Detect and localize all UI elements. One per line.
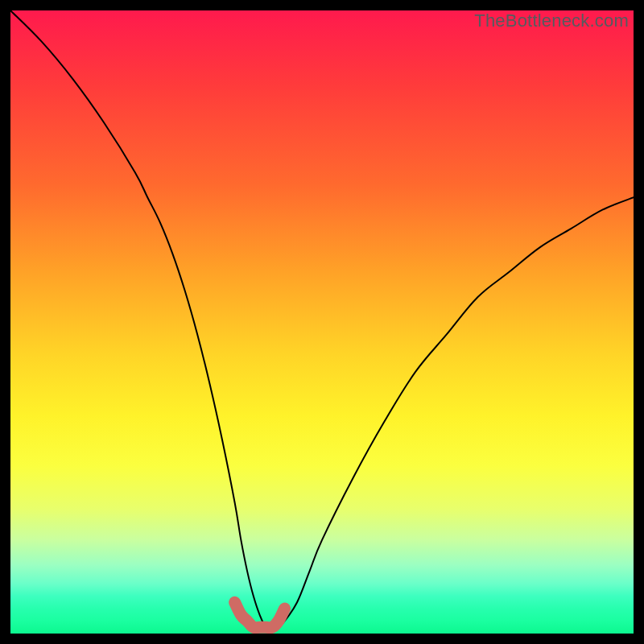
chart-frame: TheBottleneck.com bbox=[0, 0, 644, 644]
chart-svg bbox=[10, 10, 634, 634]
bottleneck-curve bbox=[10, 10, 634, 628]
plot-area: TheBottleneck.com bbox=[10, 10, 634, 634]
